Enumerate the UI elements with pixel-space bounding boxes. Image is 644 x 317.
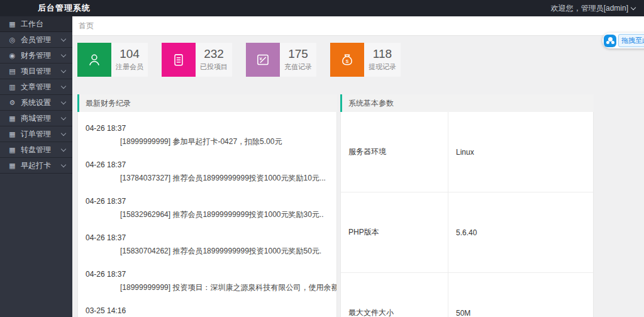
chevron-down-icon (61, 162, 66, 167)
record-text: [13784037327] 推荐会员18999999999投资1000元奖励10… (120, 173, 336, 184)
money-bag-icon: $ (339, 52, 355, 68)
stat-label: 注册会员 (116, 62, 143, 72)
user-menu[interactable]: 欢迎您，管理员[admin] (551, 3, 635, 14)
sidebar-item-label: 项目管理 (21, 66, 51, 77)
stat-value: 104 (119, 48, 140, 61)
finance-record: 03-25 14:16 [18999999999] 提现失败，返还金额2964.… (78, 294, 336, 317)
stat-card[interactable]: 104 注册会员 (77, 43, 148, 77)
main-content: 首页 104 注册会员 (72, 16, 644, 317)
stat-card[interactable]: ¥ 175 充值记录 (246, 43, 316, 77)
sidebar-item[interactable]: ▥ 文章管理 (0, 79, 72, 95)
record-time: 03-25 14:16 (86, 306, 336, 315)
finance-record: 04-26 18:37 [18999999999] 参加早起打卡-0427，扣除… (78, 112, 336, 148)
sidebar-item-label: 工作台 (21, 19, 43, 30)
sidebar-item[interactable]: ▦ 订单管理 (0, 126, 72, 142)
stat-value: 232 (204, 48, 224, 61)
finance-panel: 最新财务纪录 04-26 18:37 [18999999999] 参加早起打卡-… (77, 94, 337, 317)
stat-label: 已投项目 (200, 62, 228, 72)
sidebar-item-label: 文章管理 (21, 82, 51, 92)
sidebar-item[interactable]: ▦ 早起打卡 (0, 158, 72, 174)
params-panel: 系统基本参数 服务器环境 Linux PHP版本 5.6.40 (340, 94, 594, 317)
netdisk-icon (604, 35, 616, 47)
th-large-icon: ▦ (8, 162, 16, 170)
param-value: 50M (448, 273, 593, 317)
param-label: PHP版本 (341, 192, 448, 272)
record-time: 04-26 18:37 (86, 160, 336, 169)
record-text: [15832962964] 推荐会员18999999999投资1000元奖励30… (120, 209, 336, 220)
param-row: 服务器环境 Linux (341, 112, 593, 192)
chevron-down-icon (61, 99, 66, 104)
params-panel-header: 系统基本参数 (340, 94, 594, 112)
sidebar-item[interactable]: ⚙ 系统设置 (0, 95, 72, 111)
sidebar-item-label: 会员管理 (21, 35, 51, 45)
chevron-down-icon (61, 67, 66, 72)
param-label: 服务器环境 (341, 112, 448, 192)
record-text: [15830704262] 推荐会员18999999999投资1000元奖励50… (120, 246, 336, 257)
record-time: 04-26 18:37 (86, 270, 336, 279)
finance-record: 04-26 18:37 [15830704262] 推荐会员1899999999… (78, 221, 336, 258)
sidebar-item-label: 系统设置 (21, 97, 51, 108)
finance-record: 04-26 18:37 [15832962964] 推荐会员1899999999… (78, 185, 336, 221)
chevron-down-icon (61, 114, 66, 120)
stat-value: 118 (373, 48, 392, 61)
finance-record: 04-26 18:37 [18999999999] 投资项目：深圳康之源泉科技有… (78, 258, 336, 294)
record-text: [18999999999] 投资项目：深圳康之源泉科技有限公司，使用余额1000… (120, 282, 336, 293)
param-row: 最大文件大小 50M (341, 273, 593, 317)
sidebar-item[interactable]: ◉ 财务管理 (0, 48, 72, 64)
sidebar-item[interactable]: ▦ 工作台 (0, 16, 72, 32)
th-large-icon: ▦ (8, 20, 16, 28)
chevron-down-icon (61, 130, 66, 135)
record-text: [18999999999] 参加早起打卡-0427，扣除5.00元 (120, 136, 336, 147)
sidebar-item-label: 订单管理 (21, 129, 51, 140)
param-value: 5.6.40 (448, 192, 593, 272)
sidebar-item-label: 商城管理 (21, 113, 51, 124)
finance-record: 04-26 18:37 [13784037327] 推荐会员1899999999… (78, 148, 336, 185)
th-large-icon: ▦ (8, 146, 16, 154)
th-large-icon: ▦ (8, 130, 16, 138)
finance-panel-title: 最新财务纪录 (86, 98, 131, 109)
sidebar-item[interactable]: ▤ 项目管理 (0, 64, 72, 79)
stat-label: 充值记录 (284, 62, 312, 72)
top-header: 后台管理系统 欢迎您，管理员[admin] (0, 0, 644, 16)
clipboard-icon (170, 52, 187, 68)
sidebar-item-label: 财务管理 (21, 50, 51, 61)
sidebar-item[interactable]: ◎ 会员管理 (0, 32, 72, 48)
app-title: 后台管理系统 (38, 3, 91, 14)
param-value: Linux (448, 112, 593, 192)
upload-widget-label: 拖拽至此上传 (618, 34, 644, 47)
chevron-down-icon (61, 146, 66, 151)
user-menu-label: 欢迎您，管理员[admin] (551, 3, 628, 14)
chevron-down-icon (61, 83, 66, 88)
sidebar-item[interactable]: ▦ 商城管理 (0, 111, 72, 126)
th-large-icon: ▦ (8, 114, 16, 123)
stat-card[interactable]: 232 已投项目 (162, 43, 232, 77)
param-label: 最大文件大小 (341, 273, 448, 317)
gear-icon: ⚙ (8, 99, 16, 107)
params-panel-title: 系统基本参数 (348, 98, 394, 109)
upload-widget[interactable]: 拖拽至此上传 (602, 33, 644, 48)
record-time: 04-26 18:37 (86, 197, 336, 206)
circle-down-icon: ◎ (8, 36, 16, 44)
dashboard-panels: 最新财务纪录 04-26 18:37 [18999999999] 参加早起打卡-… (77, 94, 644, 317)
file-icon: ▥ (8, 83, 16, 91)
finance-panel-header: 最新财务纪录 (77, 94, 337, 112)
stat-card[interactable]: $ 118 提现记录 (330, 43, 401, 77)
sidebar-item[interactable]: ▦ 转盘管理 (0, 142, 72, 158)
user-icon (86, 52, 103, 68)
card-yen-icon: ¥ (255, 52, 271, 68)
sidebar-item-label: 转盘管理 (21, 145, 51, 155)
sidebar: ▦ 工作台 ◎ 会员管理 ◉ 财务管理 ▤ 项目管理 (0, 16, 72, 317)
chevron-down-icon (61, 36, 66, 41)
svg-text:$: $ (346, 58, 349, 64)
stat-cards: 104 注册会员 232 (77, 43, 644, 77)
record-time: 04-26 18:37 (86, 233, 336, 242)
sidebar-item-label: 早起打卡 (21, 160, 51, 171)
chevron-down-icon (61, 52, 66, 57)
params-table: 服务器环境 Linux PHP版本 5.6.40 最大文件大小 50M (340, 112, 594, 317)
param-row: PHP版本 5.6.40 (341, 192, 593, 273)
chevron-down-icon (631, 4, 636, 9)
stat-label: 提现记录 (369, 62, 396, 72)
stat-value: 175 (288, 48, 308, 61)
yen-circle-icon: ◉ (8, 52, 16, 60)
breadcrumb-home[interactable]: 首页 (79, 21, 94, 31)
